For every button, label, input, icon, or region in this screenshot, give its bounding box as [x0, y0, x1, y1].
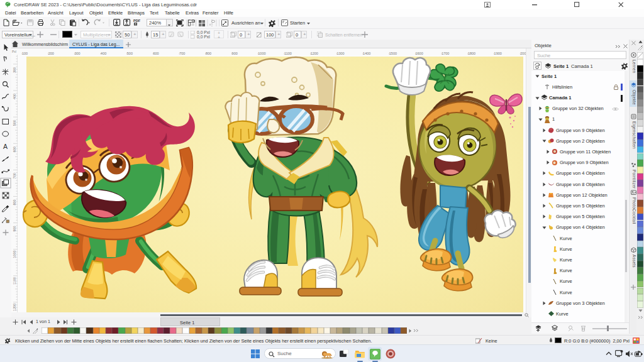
svg-text:1000: 1000 — [13, 250, 16, 258]
svg-text:800: 800 — [13, 199, 16, 205]
svg-text:1100: 1100 — [13, 277, 16, 285]
svg-text:900: 900 — [13, 226, 16, 231]
svg-text:400: 400 — [13, 94, 16, 99]
svg-text:300: 300 — [13, 67, 16, 73]
svg-text:600: 600 — [13, 146, 16, 152]
svg-text:700: 700 — [13, 173, 16, 178]
svg-text:A: A — [3, 143, 8, 150]
svg-text:500: 500 — [13, 120, 16, 126]
svg-text:1200: 1200 — [13, 304, 16, 311]
svg-text:PDF: PDF — [133, 19, 141, 23]
